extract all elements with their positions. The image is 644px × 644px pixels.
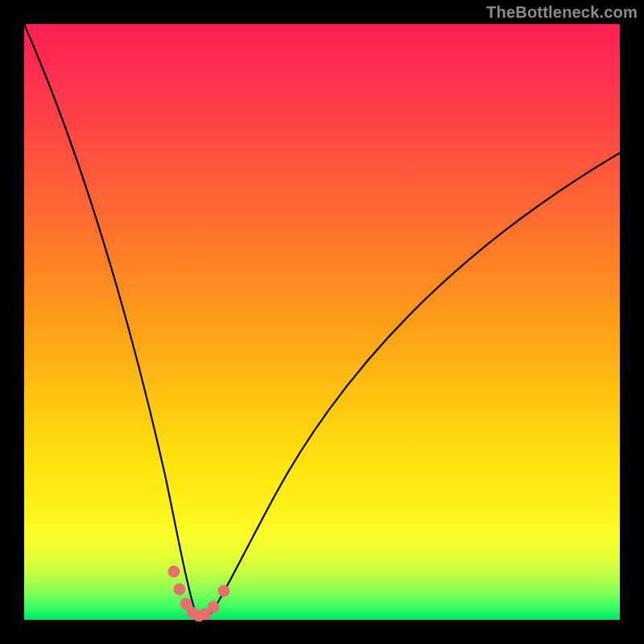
- svg-point-7: [218, 585, 229, 597]
- plot-area: [24, 24, 620, 620]
- watermark-text: TheBottleneck.com: [486, 3, 638, 22]
- svg-point-1: [174, 584, 185, 595]
- highlighted-points: [168, 566, 229, 621]
- curve-layer: [24, 24, 620, 620]
- svg-point-0: [168, 566, 180, 577]
- chart-frame: TheBottleneck.com: [0, 0, 644, 644]
- bottleneck-curve: [24, 24, 620, 618]
- svg-point-6: [208, 601, 219, 613]
